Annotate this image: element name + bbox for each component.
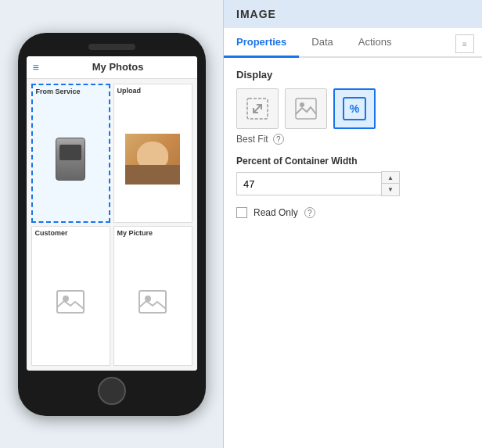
- readonly-label: Read Only: [254, 207, 298, 218]
- spinner-buttons: ▲ ▼: [381, 171, 400, 196]
- phone-header: ≡ My Photos: [27, 56, 197, 79]
- photo-grid: From Service Upload Customer: [27, 79, 197, 371]
- tab-actions[interactable]: Actions: [346, 28, 405, 58]
- display-options: %: [236, 88, 469, 129]
- percent-spinner: ▲ ▼: [236, 171, 362, 196]
- display-section-label: Display: [236, 69, 469, 81]
- phone-screen: ≡ My Photos From Service Upload: [27, 56, 197, 371]
- grid-cell-customer[interactable]: Customer: [31, 226, 110, 366]
- svg-point-6: [300, 102, 304, 107]
- placeholder-icon: [56, 290, 85, 314]
- phone-title: My Photos: [45, 61, 191, 73]
- tab-bar: Properties Data Actions ≡: [224, 28, 482, 58]
- grid-cell-from-service[interactable]: From Service: [31, 84, 110, 224]
- percent-field-label: Percent of Container Width: [236, 156, 469, 167]
- my-picture-placeholder: [133, 286, 172, 317]
- display-btn-percent[interactable]: %: [333, 88, 376, 129]
- my-picture-image-area: [114, 238, 192, 365]
- cell-label-my-picture: My Picture: [114, 227, 156, 238]
- phone-home-button[interactable]: [98, 377, 126, 405]
- phone-panel: ≡ My Photos From Service Upload: [0, 0, 223, 448]
- service-device-image: [56, 138, 85, 181]
- tab-properties[interactable]: Properties: [224, 28, 299, 58]
- svg-rect-0: [57, 291, 84, 313]
- display-btn-original[interactable]: [285, 88, 327, 129]
- cell-label-from-service: From Service: [33, 85, 84, 97]
- display-btn-scale[interactable]: [236, 88, 279, 129]
- panel-content: Display: [224, 58, 482, 448]
- svg-rect-2: [139, 291, 166, 313]
- tab-data[interactable]: Data: [299, 28, 345, 58]
- best-fit-label: Best Fit: [236, 134, 268, 145]
- svg-rect-5: [296, 99, 316, 119]
- phone-speaker: [88, 44, 135, 50]
- readonly-help-icon[interactable]: ?: [304, 207, 315, 218]
- service-image-area: [33, 97, 109, 222]
- properties-panel: IMAGE Properties Data Actions ≡ Display: [223, 0, 482, 448]
- hamburger-icon[interactable]: ≡: [33, 61, 39, 73]
- svg-text:%: %: [350, 102, 360, 115]
- best-fit-row: Best Fit ?: [236, 134, 469, 145]
- cell-label-upload: Upload: [114, 84, 145, 96]
- scale-icon: [246, 97, 269, 120]
- readonly-row: Read Only ?: [236, 207, 469, 218]
- customer-image-area: [32, 238, 110, 365]
- customer-placeholder: [51, 286, 90, 317]
- dog-image: [125, 134, 180, 185]
- spinner-down-button[interactable]: ▼: [382, 184, 399, 195]
- placeholder-icon-2: [138, 290, 167, 314]
- tab-extra-icon[interactable]: ≡: [455, 34, 474, 53]
- original-icon: [294, 97, 318, 120]
- grid-cell-my-picture[interactable]: My Picture: [113, 226, 192, 366]
- cell-label-customer: Customer: [32, 227, 71, 238]
- percent-input[interactable]: [236, 172, 381, 195]
- readonly-checkbox[interactable]: [236, 207, 247, 218]
- best-fit-help-icon[interactable]: ?: [273, 134, 284, 145]
- phone-mockup: ≡ My Photos From Service Upload: [18, 33, 206, 416]
- upload-image-area: [114, 96, 192, 223]
- grid-cell-upload[interactable]: Upload: [113, 84, 192, 224]
- spinner-up-button[interactable]: ▲: [382, 172, 399, 184]
- panel-title: IMAGE: [224, 0, 482, 28]
- percent-icon: %: [343, 97, 366, 120]
